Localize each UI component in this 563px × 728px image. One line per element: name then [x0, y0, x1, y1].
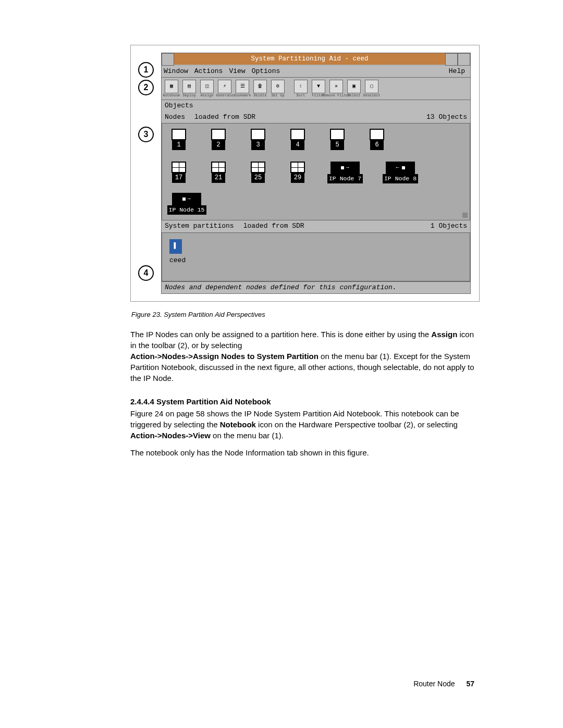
- nodes-header: Nodes loaded from SDR 13 Objects: [162, 112, 470, 123]
- partition-icon: ▌: [169, 239, 182, 254]
- node-2[interactable]: 2: [207, 129, 230, 150]
- partitions-header: System partitions loaded from SDR 1 Obje…: [162, 220, 470, 232]
- tool-bookmark[interactable]: ☰Bookmark: [235, 80, 250, 97]
- app-window: System Partitioning Aid - ceed Window Ac…: [161, 53, 471, 294]
- titlebar: System Partitioning Aid - ceed: [162, 53, 470, 66]
- tool-delete[interactable]: 🗑Delete: [252, 80, 268, 97]
- paragraph-4: The notebook only has the Node Informati…: [130, 447, 480, 458]
- filter-icon: ▼: [312, 80, 325, 93]
- node-icon: [172, 162, 186, 173]
- partitions-header-left: System partitions: [165, 221, 234, 231]
- window-menu-icon[interactable]: [162, 53, 174, 66]
- figure-box: 1 2 3 4 System Partitioning Aid - ceed W…: [130, 45, 480, 302]
- nodes-header-mid: loaded from SDR: [194, 113, 426, 122]
- tool-setup[interactable]: ⚙Set Up: [270, 80, 286, 97]
- callout-1: 1: [138, 62, 154, 78]
- tool-select[interactable]: ▣Select: [346, 80, 362, 97]
- node-icon: [290, 162, 305, 173]
- node-3[interactable]: 3: [247, 129, 270, 150]
- callout-4: 4: [138, 265, 154, 281]
- nodes-pane: 1 2 3 4 5 6 17 21 25 29 IP Node 7 IP Nod…: [162, 123, 470, 220]
- node-29[interactable]: 29: [286, 162, 309, 183]
- delete-icon: 🗑: [253, 80, 267, 93]
- tool-deselect[interactable]: ▢Deselect: [364, 80, 380, 97]
- deploy-icon: ▤: [182, 80, 196, 93]
- notebook-icon: ▦: [165, 80, 178, 93]
- sort-icon: ↕: [294, 80, 308, 93]
- menu-window[interactable]: Window: [164, 67, 188, 76]
- status-bar: Nodes and dependent nodes defined for th…: [162, 281, 470, 293]
- menu-options[interactable]: Options: [252, 67, 280, 76]
- partitions-header-mid: loaded from SDR: [243, 221, 431, 231]
- menu-help[interactable]: Help: [449, 67, 465, 76]
- ip-node-icon: [386, 162, 415, 174]
- node-21[interactable]: 21: [207, 162, 230, 183]
- section-heading: 2.4.4.4 System Partition Aid Notebook: [130, 396, 480, 407]
- objects-label: Objects: [162, 100, 470, 112]
- callout-3: 3: [138, 127, 154, 142]
- scroll-indicator-icon: [462, 213, 468, 218]
- node-icon: [330, 129, 345, 140]
- node-icon: [290, 129, 305, 140]
- node-6[interactable]: 6: [365, 129, 388, 150]
- tool-notebook[interactable]: ▦Notebook: [164, 80, 179, 97]
- bookmark-icon: ☰: [236, 80, 249, 93]
- node-5[interactable]: 5: [326, 129, 349, 150]
- partition-ceed[interactable]: ▌ ceed: [169, 239, 186, 265]
- paragraph-3: Figure 24 on page 58 shows the IP Node S…: [130, 408, 480, 441]
- node-icon: [211, 129, 226, 140]
- setup-icon: ⚙: [271, 80, 285, 93]
- ip-node-icon: [331, 162, 360, 174]
- remove-filter-icon: ✕: [329, 80, 343, 93]
- node-25[interactable]: 25: [247, 162, 270, 183]
- node-icon: [251, 129, 265, 140]
- select-icon: ▣: [347, 80, 361, 93]
- menu-actions[interactable]: Actions: [194, 67, 223, 76]
- page-number: 57: [466, 680, 474, 688]
- body-text: The IP Nodes can only be assigned to a p…: [130, 329, 480, 458]
- node-1[interactable]: 1: [167, 129, 190, 150]
- partition-label: ceed: [169, 256, 186, 265]
- callouts: 1 2 3 4: [138, 53, 154, 294]
- paragraph-2: Action->Nodes->Assign Nodes to System Pa…: [130, 351, 480, 384]
- paragraph-1: The IP Nodes can only be assigned to a p…: [130, 329, 480, 351]
- page-footer: Router Node 57: [413, 679, 474, 689]
- menubar: Window Actions View Options Help: [162, 66, 470, 78]
- nodes-header-right: 13 Objects: [426, 113, 467, 122]
- tool-sort[interactable]: ↕Sort: [293, 80, 309, 97]
- window-title: System Partitioning Aid - ceed: [174, 53, 445, 65]
- assign-icon: ◫: [200, 80, 214, 93]
- figure-caption: Figure 23. System Partition Aid Perspect…: [131, 310, 480, 319]
- node-icon: [211, 162, 226, 173]
- nodes-header-left: Nodes: [165, 113, 185, 122]
- ip-node-icon: [172, 193, 201, 205]
- tool-generate[interactable]: ⚡Generate: [217, 80, 232, 97]
- ip-node-15[interactable]: IP Node 15: [167, 193, 206, 215]
- node-icon: [370, 129, 384, 140]
- generate-icon: ⚡: [218, 80, 231, 93]
- callout-2: 2: [138, 80, 154, 95]
- menu-view[interactable]: View: [229, 67, 245, 76]
- node-icon: [172, 129, 186, 140]
- tool-deploy[interactable]: ▤Deploy: [181, 80, 197, 97]
- ip-node-8[interactable]: IP Node 8: [381, 162, 420, 183]
- tool-assign[interactable]: ◫Assign: [199, 80, 215, 97]
- node-icon: [251, 162, 265, 173]
- deselect-icon: ▢: [365, 80, 378, 93]
- partitions-pane: ▌ ceed: [162, 232, 470, 281]
- partitions-header-right: 1 Objects: [431, 221, 467, 231]
- toolbar: ▦Notebook ▤Deploy ◫Assign ⚡Generate ☰Boo…: [162, 78, 470, 100]
- node-4[interactable]: 4: [286, 129, 309, 150]
- node-17[interactable]: 17: [167, 162, 190, 183]
- maximize-icon[interactable]: [458, 53, 470, 66]
- tool-remove-filter[interactable]: ✕Remove Filter: [328, 80, 344, 97]
- footer-label: Router Node: [413, 680, 455, 688]
- minimize-icon[interactable]: [445, 53, 458, 66]
- ip-node-7[interactable]: IP Node 7: [326, 162, 364, 183]
